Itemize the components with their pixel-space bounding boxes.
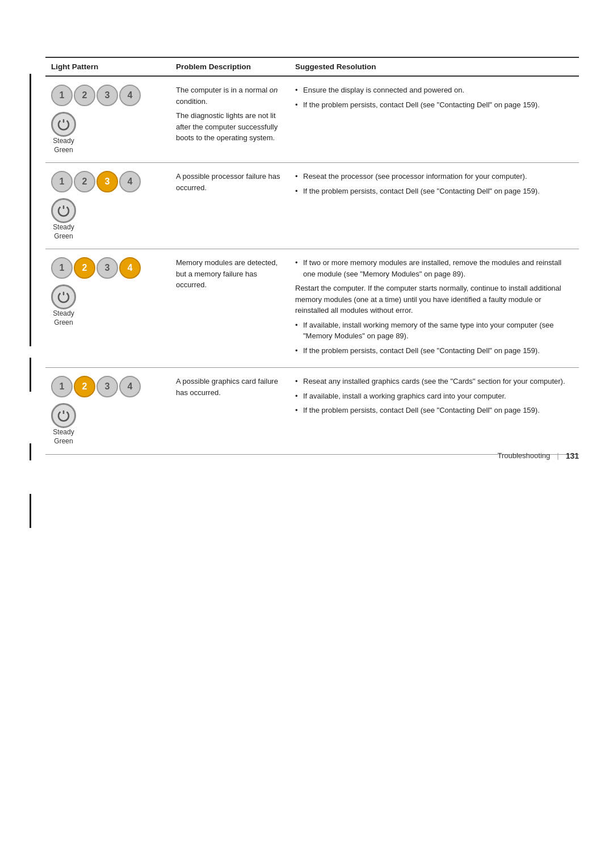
- light-1: 1: [51, 85, 73, 106]
- list-item: Ensure the display is connected and powe…: [295, 85, 573, 96]
- light-indicator-row: 1 2 3 4: [51, 171, 165, 192]
- light-1: 1: [51, 171, 73, 192]
- steady-green-label-2: SteadyGreen: [53, 223, 74, 241]
- list-item: If the problem persists, contact Dell (s…: [295, 345, 573, 357]
- problem-text-1a: The computer is in a normal on condition…: [176, 85, 284, 107]
- light-3: 3: [96, 85, 118, 106]
- list-item: Reseat the processor (see processor info…: [295, 171, 573, 182]
- light-indicator-row: 1 2 3 4: [51, 85, 165, 106]
- list-item: If the problem persists, contact Dell (s…: [295, 186, 573, 197]
- problem-cell-4: A possible graphics card failure has occ…: [170, 368, 289, 454]
- steady-green-label-1: SteadyGreen: [53, 137, 74, 154]
- power-icon: [51, 112, 76, 137]
- resolution-list-3b: If available, install working memory of …: [295, 320, 573, 357]
- power-group: SteadyGreen: [51, 403, 76, 446]
- light-4: 4: [119, 85, 141, 106]
- margin-bar-bottom: [30, 443, 31, 460]
- light-pattern-cell-1: 1 2 3 4 Stead: [45, 76, 170, 163]
- resolution-cell-1: Ensure the display is connected and powe…: [289, 76, 579, 163]
- power-icon: [51, 403, 76, 428]
- table-row: 1 2 3 4 Stead: [45, 249, 579, 368]
- margin-bar-3: [30, 494, 31, 528]
- page-footer: Troubleshooting | 131: [498, 451, 580, 460]
- resolution-list-1: Ensure the display is connected and powe…: [295, 85, 573, 110]
- steady-green-label-3: SteadyGreen: [53, 309, 74, 327]
- light-4: 4: [119, 257, 141, 279]
- power-row: SteadyGreen: [51, 403, 165, 446]
- resolution-cell-3: If two or more memory modules are instal…: [289, 249, 579, 368]
- col-header-light-pattern: Light Pattern: [45, 57, 170, 76]
- light-indicator-row: 1 2 3 4: [51, 257, 165, 279]
- power-group: SteadyGreen: [51, 198, 76, 241]
- problem-text-4: A possible graphics card failure has occ…: [176, 376, 284, 398]
- light-3: 3: [96, 171, 118, 192]
- light-2: 2: [74, 85, 95, 106]
- page-container: Light Pattern Problem Description Sugges…: [0, 0, 613, 489]
- power-group: SteadyGreen: [51, 284, 76, 327]
- light-4: 4: [119, 376, 141, 397]
- resolution-para-3: Restart the computer. If the computer st…: [295, 283, 573, 316]
- power-row: SteadyGreen: [51, 198, 165, 241]
- list-item: If the problem persists, contact Dell (s…: [295, 99, 573, 111]
- margin-bar-1: [30, 74, 31, 346]
- resolution-list-4: Reseat any installed graphics cards (see…: [295, 376, 573, 416]
- list-item: If two or more memory modules are instal…: [295, 257, 573, 279]
- light-3: 3: [96, 376, 118, 397]
- light-indicator-row: 1 2 3 4: [51, 376, 165, 397]
- power-row: SteadyGreen: [51, 284, 165, 327]
- power-row: SteadyGreen: [51, 112, 165, 154]
- problem-text-3: Memory modules are detected, but a memor…: [176, 257, 284, 291]
- problem-cell-1: The computer is in a normal on condition…: [170, 76, 289, 163]
- list-item: Reseat any installed graphics cards (see…: [295, 376, 573, 387]
- list-item: If available, install a working graphics…: [295, 391, 573, 402]
- col-header-resolution: Suggested Resolution: [289, 57, 579, 76]
- table-row: 1 2 3 4 Stead: [45, 76, 579, 163]
- light-2: 2: [74, 257, 95, 279]
- light-1: 1: [51, 257, 73, 279]
- table-row: 1 2 3 4 Stead: [45, 163, 579, 249]
- light-pattern-cell-2: 1 2 3 4 Stead: [45, 163, 170, 249]
- light-2: 2: [74, 171, 95, 192]
- margin-bar-2: [30, 358, 31, 392]
- resolution-list-3a: If two or more memory modules are instal…: [295, 257, 573, 279]
- problem-cell-3: Memory modules are detected, but a memor…: [170, 249, 289, 368]
- light-4: 4: [119, 171, 141, 192]
- power-icon: [51, 284, 76, 309]
- footer-label: Troubleshooting: [498, 451, 551, 460]
- problem-text-2: A possible processor failure has occurre…: [176, 171, 284, 193]
- resolution-list-2: Reseat the processor (see processor info…: [295, 171, 573, 196]
- table-row: 1 2 3 4 Stead: [45, 368, 579, 454]
- power-icon: [51, 198, 76, 223]
- list-item: If the problem persists, contact Dell (s…: [295, 405, 573, 416]
- resolution-cell-4: Reseat any installed graphics cards (see…: [289, 368, 579, 454]
- problem-text-1b: The diagnostic lights are not lit after …: [176, 110, 284, 144]
- light-2: 2: [74, 376, 95, 397]
- power-group: SteadyGreen: [51, 112, 76, 154]
- diagnostic-table: Light Pattern Problem Description Sugges…: [45, 57, 579, 455]
- light-1: 1: [51, 376, 73, 397]
- footer-separator: |: [557, 451, 559, 460]
- col-header-problem: Problem Description: [170, 57, 289, 76]
- light-pattern-cell-3: 1 2 3 4 Stead: [45, 249, 170, 368]
- page-number: 131: [566, 451, 579, 460]
- steady-green-label-4: SteadyGreen: [53, 428, 74, 446]
- list-item: If available, install working memory of …: [295, 320, 573, 342]
- problem-cell-2: A possible processor failure has occurre…: [170, 163, 289, 249]
- light-3: 3: [96, 257, 118, 279]
- light-pattern-cell-4: 1 2 3 4 Stead: [45, 368, 170, 454]
- resolution-cell-2: Reseat the processor (see processor info…: [289, 163, 579, 249]
